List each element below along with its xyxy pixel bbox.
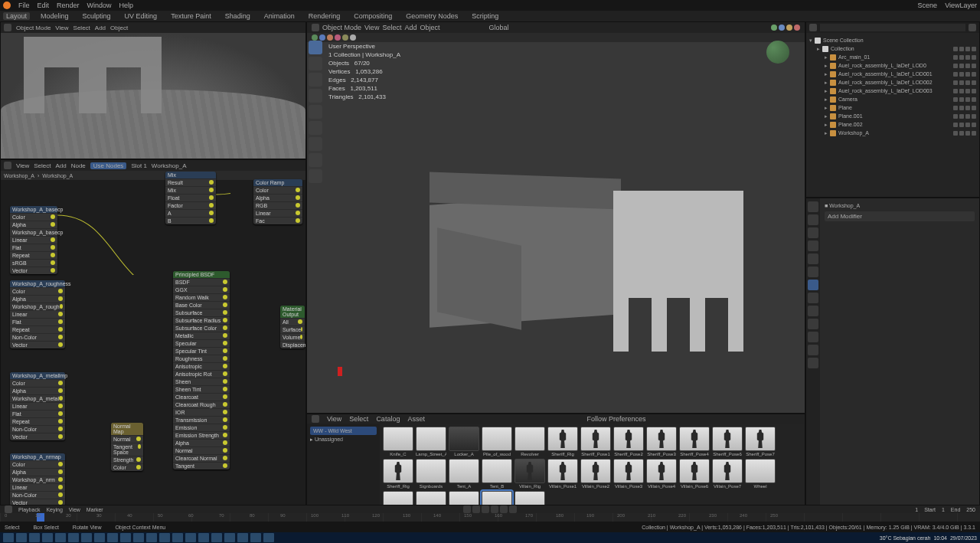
filter-icon[interactable] xyxy=(969,24,976,31)
asset-thumb[interactable]: Sheriff_Pose1 xyxy=(580,427,611,456)
task-app-icon[interactable] xyxy=(172,533,183,542)
task-app-icon[interactable] xyxy=(146,533,157,542)
editor-type-icon[interactable] xyxy=(312,24,319,31)
tab-viewlayer[interactable] xyxy=(808,227,818,238)
task-app-icon[interactable] xyxy=(224,533,235,542)
asset-thumb[interactable]: Villain_Pose7 xyxy=(712,459,743,489)
editor-type-icon[interactable] xyxy=(5,505,12,513)
shader-node-editor[interactable]: Object Mode View Select Add Node Use Nod… xyxy=(0,159,306,528)
tab-constraints[interactable] xyxy=(808,319,818,329)
tray-date[interactable]: 29/07/2023 xyxy=(950,535,977,541)
annotate-tool[interactable] xyxy=(309,137,322,151)
menu-marker[interactable]: Marker xyxy=(87,507,103,512)
asset-thumb[interactable]: Villain_Pose1 xyxy=(547,459,578,489)
asset-thumb[interactable]: Sheriff_Rig xyxy=(547,427,578,456)
select-box-tool[interactable] xyxy=(309,41,322,54)
menu-view[interactable]: View xyxy=(69,507,80,512)
tab-modeling[interactable]: Modeling xyxy=(38,12,72,20)
viewport-canvas[interactable] xyxy=(1,33,305,159)
scene-field[interactable]: Scene xyxy=(918,2,938,9)
asset-thumb[interactable]: Villain_Pose3 xyxy=(613,459,644,489)
play-reverse-button[interactable] xyxy=(482,505,489,513)
tab-sculpting[interactable]: Sculpting xyxy=(80,12,114,20)
asset-thumb[interactable]: Sheriff_Pose6 xyxy=(712,427,743,456)
tab-texture-paint[interactable]: Texture Paint xyxy=(168,12,214,20)
search-icon[interactable] xyxy=(16,533,27,542)
task-app-icon[interactable] xyxy=(81,533,92,542)
task-app-icon[interactable] xyxy=(107,533,118,542)
menu-add[interactable]: Add xyxy=(55,162,66,169)
menu-keying[interactable]: Keying xyxy=(46,507,62,512)
use-nodes-toggle[interactable]: Use Nodes xyxy=(90,162,127,169)
asset-thumb[interactable]: Wheel xyxy=(745,459,776,489)
editor-type-icon[interactable] xyxy=(4,24,11,31)
outliner-item[interactable]: ▸Plane xyxy=(808,103,978,112)
shader-node-tex[interactable]: Workshop_A_nrmapColorAlphaWorkshop_A_nrm… xyxy=(10,453,65,506)
tab-geometry-nodes[interactable]: Geometry Nodes xyxy=(403,12,461,20)
outliner-item[interactable]: ▸Collection xyxy=(808,44,978,53)
menu-object[interactable]: Object xyxy=(420,24,439,31)
tab-object[interactable] xyxy=(808,267,818,277)
keyframe-prev-button[interactable] xyxy=(472,505,480,513)
task-app-icon[interactable] xyxy=(133,533,144,542)
shader-node-ramp[interactable]: Color RampColorAlphaRGBLinearFac xyxy=(253,179,302,224)
scale-tool[interactable] xyxy=(309,105,322,119)
tab-scene[interactable] xyxy=(808,240,818,251)
tab-world[interactable] xyxy=(808,254,818,264)
main-3d-viewport[interactable]: Object Mode View Select Add Object Globa… xyxy=(306,21,805,414)
add-cube-tool[interactable] xyxy=(309,169,322,183)
asset-thumb[interactable]: Lamp_Street_A xyxy=(416,427,446,456)
outliner-item[interactable]: ▸Auel_rock_assembly_L_laDef_LOD002 xyxy=(808,78,978,87)
mode-dropdown[interactable]: Object Mode xyxy=(322,24,361,31)
asset-thumb[interactable]: Sheriff_Rig xyxy=(383,459,413,489)
task-app-icon[interactable] xyxy=(55,533,66,542)
shading-mode-1[interactable] xyxy=(779,25,785,31)
tab-shading[interactable]: Shading xyxy=(222,12,253,20)
start-button[interactable] xyxy=(3,533,14,542)
task-app-icon[interactable] xyxy=(68,533,79,542)
tab-scripting[interactable]: Scripting xyxy=(469,12,501,20)
task-app-icon[interactable] xyxy=(198,533,209,542)
outliner-item[interactable]: ▸Camera xyxy=(808,95,978,103)
orientation-dropdown[interactable]: Global xyxy=(488,24,508,31)
asset-thumb[interactable]: Knife_C xyxy=(383,427,413,456)
outliner-item[interactable]: ▸Auel_rock_assembly_L_laDef_LOD0 xyxy=(808,61,978,70)
keyframe-next-button[interactable] xyxy=(500,505,508,513)
shader-node-bsdf[interactable]: Principled BSDFBSDFGGXRandom WalkBase Co… xyxy=(173,271,230,469)
tab-render[interactable] xyxy=(808,201,818,212)
asset-thumb[interactable]: Sheriff_Pose7 xyxy=(745,427,776,456)
task-app-icon[interactable] xyxy=(29,533,40,542)
task-app-icon[interactable] xyxy=(94,533,105,542)
menu-render[interactable]: Render xyxy=(57,2,80,9)
play-button[interactable] xyxy=(491,505,498,513)
tab-particles[interactable] xyxy=(808,293,818,303)
shading-mode-2[interactable] xyxy=(786,25,792,31)
task-app-icon[interactable] xyxy=(237,533,248,542)
shader-node-tex[interactable]: Workshop_A_basecpColorAlphaWorkshop_A_ba… xyxy=(10,206,57,274)
asset-thumb[interactable]: Revolver xyxy=(514,427,545,456)
menu-window[interactable]: Window xyxy=(87,2,112,9)
outliner-item[interactable]: ▸Arc_main_01 xyxy=(808,53,978,61)
secondary-3d-viewport[interactable]: Object Mode View Select Add Object xyxy=(0,21,306,159)
task-app-icon[interactable] xyxy=(250,533,261,542)
tab-texture[interactable] xyxy=(808,358,818,368)
tab-rendering[interactable]: Rendering xyxy=(305,12,344,20)
menu-view[interactable]: View xyxy=(16,162,29,169)
mode-dropdown[interactable]: Object Mode xyxy=(16,25,51,31)
menu-view[interactable]: View xyxy=(55,25,68,31)
menu-select[interactable]: Select xyxy=(382,24,401,31)
asset-thumb[interactable]: Locker_A xyxy=(449,427,479,456)
menu-view[interactable]: View xyxy=(327,415,341,423)
menu-select[interactable]: Select xyxy=(349,415,368,423)
jump-start-button[interactable] xyxy=(463,505,471,513)
outliner-item[interactable]: ▸Plane.001 xyxy=(808,112,978,120)
frame-start[interactable]: 1 xyxy=(942,507,945,512)
outliner-item[interactable]: ▸Auel_rock_assembly_L_laDef_LOD001 xyxy=(808,70,978,78)
asset-thumb[interactable]: Villain_Rig xyxy=(514,459,545,489)
rotate-tool[interactable] xyxy=(309,89,322,103)
tab-modifier[interactable] xyxy=(808,280,818,290)
transform-tool[interactable] xyxy=(309,121,322,135)
cursor-tool[interactable] xyxy=(309,57,322,70)
asset-thumb[interactable]: Sheriff_Pose4 xyxy=(679,427,710,456)
nav-gizmo[interactable] xyxy=(766,41,797,71)
